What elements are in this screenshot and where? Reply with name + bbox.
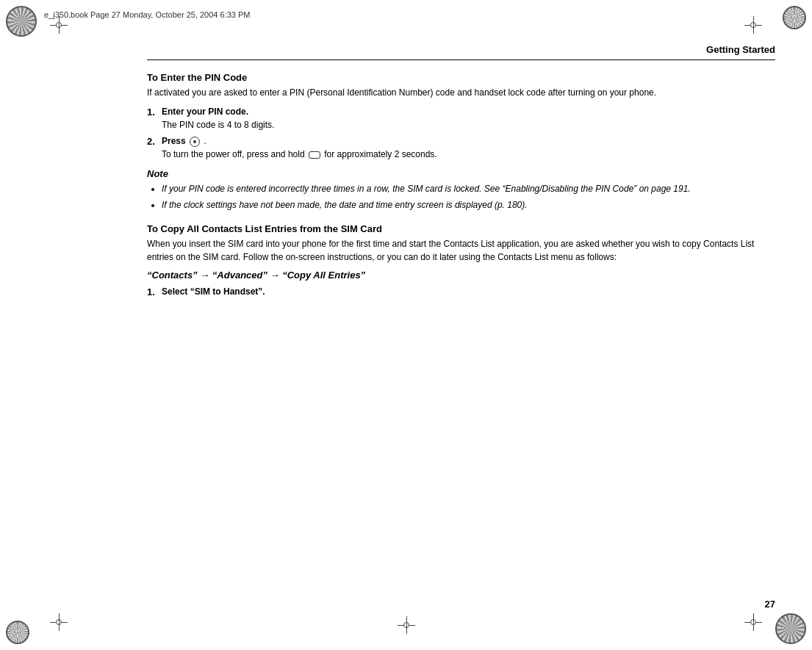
step2-title: Press [162, 136, 186, 146]
crosshair-top-left [50, 16, 68, 37]
page-container: e_j350.book Page 27 Monday, October 25, … [0, 0, 812, 650]
menu-path: “Contacts” → “Advanced” → “Copy All Entr… [147, 270, 775, 281]
note-title: Note [147, 168, 775, 179]
note-item-1: If your PIN code is entered incorrectly … [162, 182, 775, 195]
header-text: e_j350.book Page 27 Monday, October 25, … [44, 10, 251, 19]
crosshair-top-right [744, 16, 762, 37]
section1-intro: If activated you are asked to enter a PI… [147, 86, 775, 99]
step2-text: Press . [162, 136, 206, 146]
crosshair-bottom-left [50, 613, 68, 634]
section2-step1-number: 1. [147, 285, 162, 300]
section2-step1-content: Select “SIM to Handset”. [162, 285, 775, 300]
note-section: Note If your PIN code is entered incorre… [147, 168, 775, 212]
section2-heading: To Copy All Contacts List Entries from t… [147, 223, 775, 234]
section2: To Copy All Contacts List Entries from t… [147, 223, 775, 300]
step2-detail: To turn the power off, press and hold fo… [162, 148, 775, 161]
section2-step1-title: Select “SIM to Handset”. [162, 286, 265, 297]
step2-content: Press . To turn the power off, press and… [162, 134, 775, 161]
power-button-icon [188, 136, 204, 146]
section2-step1: 1. Select “SIM to Handset”. [147, 285, 775, 300]
page-title: Getting Started [147, 44, 775, 60]
step1-content: Enter your PIN code. The PIN code is 4 t… [162, 105, 775, 131]
crosshair-bottom-right [744, 613, 762, 634]
crosshair-bottom-center [398, 616, 415, 637]
corner-decoration-bl [6, 621, 29, 644]
note-list: If your PIN code is entered incorrectly … [147, 182, 775, 212]
note-item-2: If the clock settings have not been made… [162, 198, 775, 212]
header-info-bar: e_j350.book Page 27 Monday, October 25, … [44, 10, 768, 19]
corner-decoration-tr [783, 6, 806, 29]
section2-intro: When you insert the SIM card into your p… [147, 237, 775, 264]
step2-number: 2. [147, 134, 162, 161]
page-number: 27 [765, 599, 775, 610]
step1-title: Enter your PIN code. [162, 106, 248, 117]
corner-decoration-tl [6, 6, 37, 37]
step1-detail: The PIN code is 4 to 8 digits. [162, 118, 775, 131]
main-content: Getting Started To Enter the PIN Code If… [147, 44, 775, 606]
section1-heading: To Enter the PIN Code [147, 72, 775, 83]
step1: 1. Enter your PIN code. The PIN code is … [147, 105, 775, 131]
corner-decoration-br [775, 613, 806, 644]
step2: 2. Press . To turn the power off, press … [147, 134, 775, 161]
end-button-icon [307, 149, 324, 159]
step1-number: 1. [147, 105, 162, 131]
